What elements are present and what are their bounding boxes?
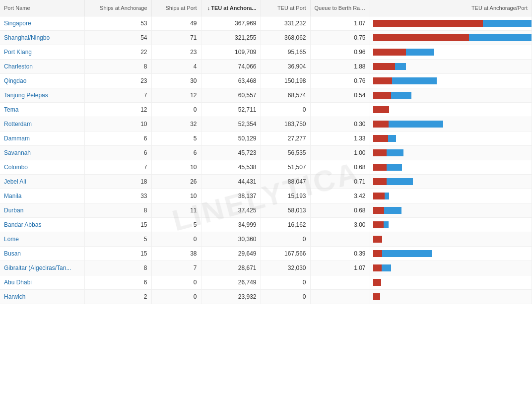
teu-port-cell: 27,277 — [261, 131, 310, 146]
teu-anchor-cell: 109,709 — [201, 45, 261, 60]
table-row: Abu Dhabi 6 0 26,749 0 — [0, 275, 532, 290]
teu-port-cell: 88,047 — [261, 175, 310, 189]
ships-anchorage-cell: 8 — [84, 261, 151, 275]
ships-anchorage-cell: 6 — [84, 275, 151, 290]
port-name-cell[interactable]: Busan — [0, 247, 84, 261]
ships-anchorage-cell: 22 — [84, 45, 151, 60]
ships-port-cell: 49 — [151, 16, 201, 31]
main-table-container: Port Name Ships at Anchorage Ships at Po… — [0, 0, 532, 304]
col-header-ratio[interactable]: Queue to Berth Ratio — [310, 0, 370, 16]
teu-anchor-cell: 60,557 — [201, 88, 261, 103]
port-name-cell[interactable]: Lome — [0, 232, 84, 247]
port-name-cell[interactable]: Tanjung Pelepas — [0, 88, 84, 103]
table-row: Bandar Abbas 15 5 34,999 16,162 3.00 — [0, 218, 532, 232]
ratio-cell — [310, 275, 370, 290]
bar-red — [373, 293, 380, 300]
table-row: Tanjung Pelepas 7 12 60,557 68,574 0.54 — [0, 88, 532, 103]
bar-red — [373, 106, 389, 113]
bar-cell — [370, 45, 532, 60]
ratio-cell: 3.00 — [310, 218, 370, 232]
teu-anchor-cell: 26,749 — [201, 275, 261, 290]
port-name-cell[interactable]: Rotterdam — [0, 117, 84, 131]
port-name-cell[interactable]: Port Klang — [0, 45, 84, 60]
port-name-cell[interactable]: Bandar Abbas — [0, 218, 84, 232]
ships-anchorage-cell: 7 — [84, 160, 151, 175]
bar-red — [373, 20, 483, 27]
port-name-cell[interactable]: Durban — [0, 203, 84, 218]
ships-port-cell: 0 — [151, 232, 201, 247]
table-row: Manila 33 10 38,137 15,193 3.42 — [0, 189, 532, 203]
ratio-cell: 0.54 — [310, 88, 370, 103]
bar-red — [373, 164, 387, 171]
bar-blue — [389, 121, 443, 128]
ships-port-cell: 23 — [151, 45, 201, 60]
teu-anchor-cell: 367,969 — [201, 16, 261, 31]
teu-port-cell: 150,198 — [261, 74, 310, 88]
teu-port-cell: 368,062 — [261, 31, 310, 45]
col-header-bar[interactable]: TEU at Anchorage/Port — [370, 0, 532, 16]
port-name-cell[interactable]: Jebel Ali — [0, 175, 84, 189]
teu-anchor-cell: 45,538 — [201, 160, 261, 175]
teu-port-cell: 51,507 — [261, 160, 310, 175]
bar-red — [373, 34, 469, 41]
port-name-cell[interactable]: Colombo — [0, 160, 84, 175]
col-header-port[interactable]: Port Name — [0, 0, 84, 16]
table-row: Jebel Ali 18 26 44,431 88,047 0.71 — [0, 175, 532, 189]
ratio-cell: 0.68 — [310, 160, 370, 175]
bar-red — [373, 121, 389, 128]
ratio-cell — [310, 232, 370, 247]
bar-cell — [370, 232, 532, 247]
col-header-teu-anchor[interactable]: ↓TEU at Anchora... — [201, 0, 261, 16]
port-name-cell[interactable]: Qingdao — [0, 74, 84, 88]
table-row: Shanghai/Ningbo 54 71 321,255 368,062 0.… — [0, 31, 532, 45]
port-name-cell[interactable]: Shanghai/Ningbo — [0, 31, 84, 45]
col-header-teu-port[interactable]: TEU at Port — [261, 0, 310, 16]
teu-port-cell: 15,193 — [261, 189, 310, 203]
ships-port-cell: 11 — [151, 203, 201, 218]
bar-blue — [384, 221, 389, 228]
ships-anchorage-cell: 53 — [84, 16, 151, 31]
teu-anchor-cell: 44,431 — [201, 175, 261, 189]
port-name-cell[interactable]: Gibraltar (Algeciras/Tan... — [0, 261, 84, 275]
ratio-cell — [310, 103, 370, 117]
port-name-cell[interactable]: Charleston — [0, 60, 84, 74]
bar-cell — [370, 74, 532, 88]
port-name-cell[interactable]: Harwich — [0, 290, 84, 304]
teu-port-cell: 183,750 — [261, 117, 310, 131]
teu-port-cell: 16,162 — [261, 218, 310, 232]
ships-port-cell: 4 — [151, 60, 201, 74]
port-name-cell[interactable]: Singapore — [0, 16, 84, 31]
table-row: Singapore 53 49 367,969 331,232 1.07 — [0, 16, 532, 31]
teu-port-cell: 56,535 — [261, 146, 310, 160]
ships-anchorage-cell: 33 — [84, 189, 151, 203]
port-name-cell[interactable]: Manila — [0, 189, 84, 203]
port-name-cell[interactable]: Savannah — [0, 146, 84, 160]
ships-anchorage-cell: 54 — [84, 31, 151, 45]
bar-red — [373, 264, 382, 271]
ratio-cell: 1.07 — [310, 16, 370, 31]
teu-anchor-cell: 63,468 — [201, 74, 261, 88]
bar-blue — [392, 77, 437, 84]
ships-port-cell: 5 — [151, 131, 201, 146]
bar-blue — [469, 34, 532, 41]
ratio-cell — [310, 290, 370, 304]
bar-cell — [370, 275, 532, 290]
bar-blue — [406, 49, 434, 56]
bar-cell — [370, 117, 532, 131]
bar-blue — [385, 193, 389, 199]
ratio-cell: 0.30 — [310, 117, 370, 131]
port-name-cell[interactable]: Tema — [0, 103, 84, 117]
teu-port-cell: 0 — [261, 103, 310, 117]
bar-blue — [388, 135, 396, 142]
bar-red — [373, 92, 391, 99]
port-name-cell[interactable]: Dammam — [0, 131, 84, 146]
bar-cell — [370, 175, 532, 189]
col-header-anchorage[interactable]: Ships at Anchorage — [84, 0, 151, 16]
col-header-ships-port[interactable]: Ships at Port — [151, 0, 201, 16]
bar-blue — [483, 20, 532, 27]
port-name-cell[interactable]: Abu Dhabi — [0, 275, 84, 290]
ships-anchorage-cell: 10 — [84, 117, 151, 131]
ships-port-cell: 0 — [151, 103, 201, 117]
ships-port-cell: 10 — [151, 160, 201, 175]
ships-port-cell: 7 — [151, 261, 201, 275]
